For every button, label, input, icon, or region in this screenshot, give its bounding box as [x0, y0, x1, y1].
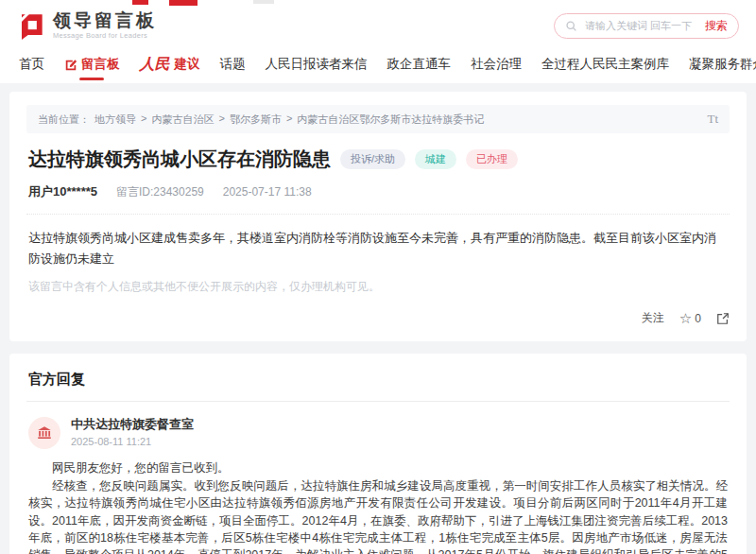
message-actions: 关注 ☆ 0 — [26, 310, 730, 326]
logo-title: 领导留言板 — [53, 11, 157, 29]
breadcrumb-item[interactable]: 内蒙古自治区鄂尔多斯市达拉特旗委书记 — [297, 113, 484, 127]
tag-category: 投诉/求助 — [340, 149, 405, 169]
nav-message-board-label: 留言板 — [81, 56, 120, 73]
privacy-note: 该留言中含有个人信息或其他不便公开展示的内容，仅办理机构可见。 — [28, 279, 728, 295]
follow-button[interactable]: 关注 — [642, 310, 664, 326]
reply-section-title: 官方回复 — [26, 367, 730, 402]
message-meta: 用户10*****5 留言ID:23430259 2025-07-17 11:3… — [26, 182, 730, 215]
message-card: 当前位置： 地方领导 > 内蒙古自治区 > 鄂尔多斯市 > 内蒙古自治区鄂尔多斯… — [9, 92, 747, 341]
site-header: 领导留言板 Message Board for Leaders 搜索 — [0, 0, 756, 45]
nav-people-suggestions[interactable]: 人民建议 — [140, 55, 200, 75]
cropped-banner-fragment — [132, 0, 148, 5]
main-nav: 首页 留言板 人民建议 话题 人民日报读者来信 政企直通车 社会治理 全过程人民… — [0, 45, 756, 83]
message-board-icon — [64, 58, 77, 71]
breadcrumb-separator: > — [286, 113, 292, 127]
breadcrumb: 当前位置： 地方领导 > 内蒙古自治区 > 鄂尔多斯市 > 内蒙古自治区鄂尔多斯… — [26, 105, 730, 133]
nav-readers-letters[interactable]: 人民日报读者来信 — [266, 56, 368, 73]
nav-social-governance[interactable]: 社会治理 — [471, 56, 522, 73]
reply-author-row: 中共达拉特旗委督查室 2025-08-11 11:21 — [28, 417, 728, 449]
government-avatar — [28, 417, 60, 449]
breadcrumb-item[interactable]: 内蒙古自治区 — [151, 113, 214, 127]
official-reply-card: 官方回复 中共达拉特旗委督查室 2025-08-11 11:21 网民朋友您好，… — [9, 354, 747, 554]
nav-people-suggestions-script: 人民 — [140, 55, 170, 75]
nav-people-suggestions-rest: 建议 — [175, 56, 200, 73]
site-logo[interactable]: 领导留言板 Message Board for Leaders — [17, 11, 157, 40]
tag-status: 已办理 — [466, 149, 518, 169]
cropped-banner-fragment — [169, 0, 198, 6]
search-input[interactable] — [583, 19, 699, 32]
tag-field: 城建 — [415, 149, 456, 169]
share-button[interactable] — [716, 312, 730, 325]
reply-date: 2025-08-11 11:21 — [71, 436, 194, 447]
reply-author-name: 中共达拉特旗委督查室 — [71, 417, 194, 433]
star-icon: ☆ — [679, 311, 692, 325]
reply-paragraph: 经核查，您反映问题属实。收到您反映问题后，达拉特旗住房和城乡建设局高度重视，第一… — [28, 477, 728, 554]
message-user: 用户10*****5 — [28, 183, 97, 200]
nav-gov-business[interactable]: 政企直通车 — [387, 56, 452, 73]
search-bar[interactable]: 搜索 — [554, 13, 739, 39]
nav-democracy-cases[interactable]: 全过程人民民主案例库 — [541, 56, 669, 73]
search-icon — [565, 20, 577, 32]
star-button[interactable]: ☆ 0 — [679, 311, 701, 325]
nav-serve-masses[interactable]: 凝聚服务群众 — [689, 56, 756, 73]
message-title: 达拉特旗领秀尚城小区存在消防隐患 — [28, 147, 331, 170]
search-button[interactable]: 搜索 — [705, 18, 728, 34]
star-count: 0 — [695, 312, 701, 325]
font-size-tool[interactable]: Tt — [707, 112, 718, 127]
nav-home[interactable]: 首页 — [19, 56, 44, 73]
reply-paragraph: 网民朋友您好，您的留言已收到。 — [28, 459, 728, 476]
follow-label: 关注 — [642, 310, 664, 326]
logo-subtitle: Message Board for Leaders — [53, 31, 157, 40]
breadcrumb-item[interactable]: 地方领导 — [94, 113, 136, 127]
bank-icon — [36, 424, 53, 441]
breadcrumb-separator: > — [218, 113, 224, 127]
breadcrumb-separator: > — [141, 113, 146, 127]
reply-body: 网民朋友您好，您的留言已收到。 经核查，您反映问题属实。收到您反映问题后，达拉特… — [28, 459, 728, 554]
cropped-banner-fragment — [253, 0, 274, 4]
nav-topics[interactable]: 话题 — [220, 56, 246, 73]
message-date: 2025-07-17 11:38 — [223, 185, 312, 199]
message-id: 留言ID:23430259 — [116, 184, 204, 200]
breadcrumb-prefix: 当前位置： — [38, 113, 90, 127]
share-icon — [716, 312, 730, 325]
nav-message-board[interactable]: 留言板 — [64, 56, 120, 73]
message-content: 达拉特旗领秀尚城小区建成售卖多年，其楼道室内消防栓等消防设施至今未完善，具有严重… — [28, 228, 728, 269]
breadcrumb-item[interactable]: 鄂尔多斯市 — [230, 113, 282, 127]
logo-icon — [17, 11, 45, 40]
